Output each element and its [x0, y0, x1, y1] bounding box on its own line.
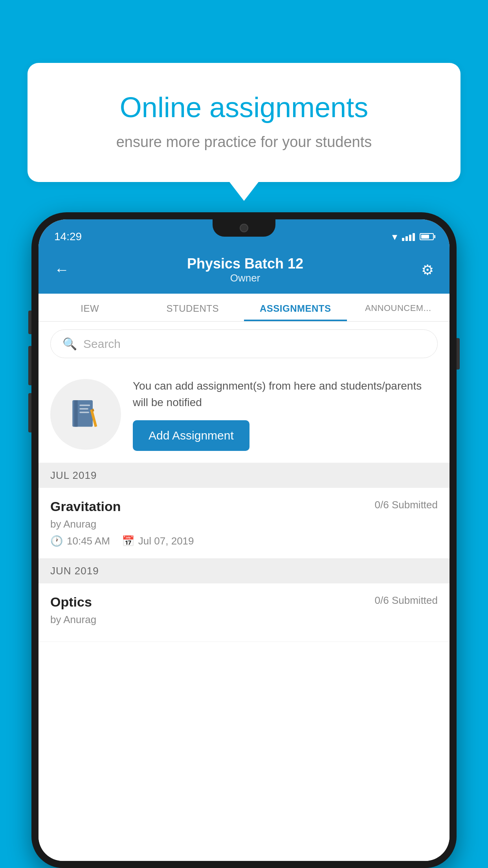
- battery-icon: [420, 233, 434, 240]
- signal-bars-icon: [402, 232, 415, 241]
- speech-bubble: Online assignments ensure more practice …: [28, 63, 460, 182]
- header-title-group: Physics Batch 12 Owner: [187, 256, 303, 284]
- phone-screen: 14:29 ▾ ← Phys: [39, 219, 449, 861]
- assignment-by: by Anurag: [50, 518, 438, 530]
- promo-content: You can add assignment(s) from here and …: [133, 378, 438, 451]
- back-button[interactable]: ←: [54, 261, 69, 278]
- promo-icon-circle: [50, 379, 121, 450]
- settings-button[interactable]: ⚙: [421, 262, 434, 278]
- meta-time: 🕐 10:45 AM: [50, 535, 110, 547]
- status-icons: ▾: [392, 231, 434, 243]
- bubble-title: Online assignments: [59, 90, 429, 124]
- tabs-bar: IEW STUDENTS ASSIGNMENTS ANNOUNCEM...: [39, 294, 449, 322]
- tab-students[interactable]: STUDENTS: [141, 294, 244, 321]
- assignment-name: Gravitation: [50, 499, 121, 514]
- svg-rect-3: [79, 408, 88, 409]
- search-bar-container: 🔍 Search: [39, 322, 449, 366]
- assignment-date: Jul 07, 2019: [138, 535, 194, 547]
- assignment-meta: 🕐 10:45 AM 📅 Jul 07, 2019: [50, 535, 438, 547]
- tab-iew[interactable]: IEW: [39, 294, 141, 321]
- optics-name: Optics: [50, 594, 92, 610]
- svg-rect-2: [79, 405, 90, 406]
- batch-title: Physics Batch 12: [187, 256, 303, 272]
- content-area: 🔍 Search: [39, 322, 449, 861]
- app-header: ← Physics Batch 12 Owner ⚙: [39, 248, 449, 294]
- search-placeholder: Search: [83, 337, 121, 351]
- optics-by: by Anurag: [50, 614, 438, 626]
- assignment-item-gravitation[interactable]: Gravitation 0/6 Submitted by Anurag 🕐 10…: [39, 488, 449, 559]
- search-icon: 🔍: [62, 337, 77, 351]
- bubble-subtitle: ensure more practice for your students: [59, 134, 429, 151]
- assignment-time: 10:45 AM: [67, 535, 110, 547]
- assignment-top-row: Gravitation 0/6 Submitted: [50, 499, 438, 514]
- front-camera: [240, 224, 248, 232]
- promo-text: You can add assignment(s) from here and …: [133, 378, 438, 411]
- add-assignment-button[interactable]: Add Assignment: [133, 420, 250, 451]
- owner-label: Owner: [187, 272, 303, 284]
- tab-announcements[interactable]: ANNOUNCEM...: [347, 294, 450, 321]
- clock-icon: 🕐: [50, 535, 63, 547]
- assignment-status: 0/6 Submitted: [375, 499, 438, 511]
- phone-notch: [213, 219, 275, 237]
- status-time: 14:29: [54, 230, 82, 243]
- phone-container: 14:29 ▾ ← Phys: [31, 212, 457, 868]
- assignment-top-row-optics: Optics 0/6 Submitted: [50, 594, 438, 610]
- section-header-jul: JUL 2019: [39, 463, 449, 488]
- search-bar[interactable]: 🔍 Search: [50, 329, 438, 358]
- meta-date: 📅 Jul 07, 2019: [122, 535, 194, 547]
- assignment-item-optics[interactable]: Optics 0/6 Submitted by Anurag: [39, 583, 449, 642]
- silent-button: [28, 393, 31, 432]
- power-button: [457, 338, 460, 370]
- notebook-icon: [68, 397, 103, 432]
- phone-outer: 14:29 ▾ ← Phys: [31, 212, 457, 868]
- add-assignment-promo: You can add assignment(s) from here and …: [39, 366, 449, 463]
- svg-rect-4: [79, 412, 89, 413]
- section-header-jun: JUN 2019: [39, 559, 449, 583]
- svg-rect-1: [74, 400, 78, 427]
- wifi-icon: ▾: [392, 231, 397, 243]
- tab-assignments[interactable]: ASSIGNMENTS: [244, 294, 347, 321]
- optics-status: 0/6 Submitted: [375, 594, 438, 607]
- calendar-icon: 📅: [122, 535, 134, 547]
- volume-down-button: [28, 346, 31, 385]
- speech-bubble-container: Online assignments ensure more practice …: [28, 63, 460, 182]
- volume-up-button: [28, 311, 31, 334]
